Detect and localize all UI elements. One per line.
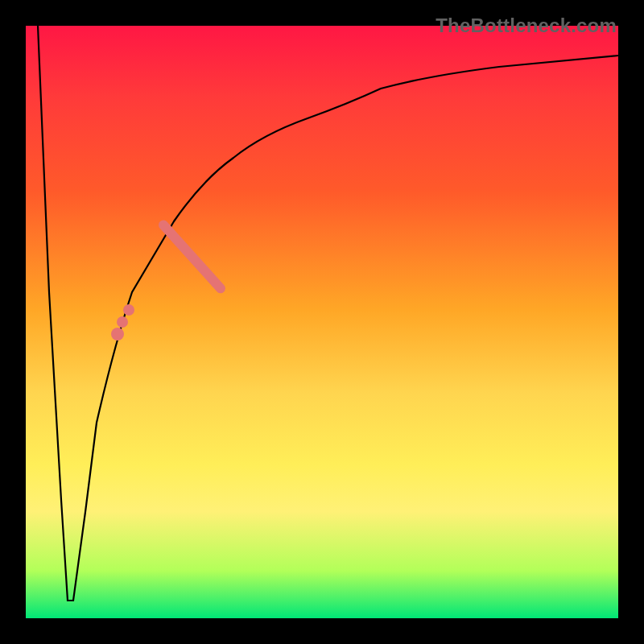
highlight-dot bbox=[123, 304, 134, 316]
chart-frame: TheBottleneck.com bbox=[0, 0, 644, 644]
plot-area bbox=[26, 26, 618, 618]
highlight-dot bbox=[117, 316, 128, 328]
highlight-dot bbox=[111, 328, 124, 341]
chart-svg bbox=[26, 26, 618, 618]
highlight-segment bbox=[157, 218, 228, 295]
watermark: TheBottleneck.com bbox=[436, 14, 617, 37]
